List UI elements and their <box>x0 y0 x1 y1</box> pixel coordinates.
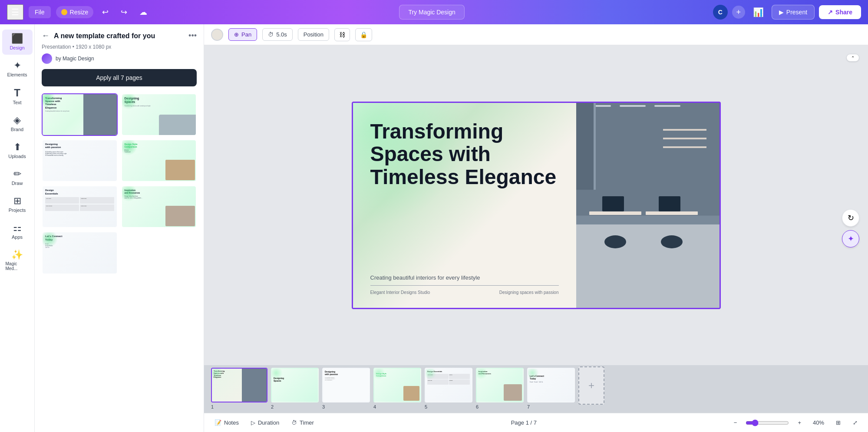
strip-num-3: 3 <box>322 404 325 409</box>
notes-button[interactable]: 📝 Notes <box>211 418 242 428</box>
position-button[interactable]: Position <box>298 28 329 41</box>
slide-subtitle: Creating beautiful interiors for every l… <box>370 274 559 281</box>
share-button[interactable]: ↗ Share <box>819 5 861 19</box>
duration-icon: ▷ <box>251 419 255 426</box>
strip-thumb-2[interactable]: DesigningSpaces <box>271 368 319 402</box>
sidebar-item-text[interactable]: T Text <box>2 83 33 109</box>
undo-button[interactable]: ↩ <box>99 6 112 19</box>
sidebar-item-projects[interactable]: ⊞ Projects <box>2 192 33 217</box>
zoom-out-button[interactable]: − <box>730 418 741 428</box>
sidebar-item-magic-media[interactable]: ✨ Magic Med... <box>2 246 33 275</box>
fullscreen-button[interactable]: ⤢ <box>849 418 861 428</box>
sidebar-item-apps[interactable]: ⚏ Apps <box>2 219 33 244</box>
sidebar-item-brand[interactable]: ◈ Brand <box>2 111 33 136</box>
duration-button[interactable]: ⏱ 5.0s <box>262 28 293 41</box>
svg-rect-15 <box>663 138 706 139</box>
lock-button[interactable]: 🔒 <box>355 28 372 41</box>
sidebar-item-label: Projects <box>9 208 26 213</box>
secondary-toolbar: ⊕ Pan ⏱ 5.0s Position ⛓ 🔒 <box>204 24 868 45</box>
template-panel: ← A new template crafted for you ••• Pre… <box>35 24 204 432</box>
strip-thumb-4[interactable]: Design StyleComparison <box>373 368 421 402</box>
strip-thumb-7[interactable]: Let's ConnectToday Email · Social · Call… <box>527 368 575 402</box>
magic-design-button[interactable]: Try Magic Design <box>399 5 464 20</box>
template-thumbnail-1[interactable]: TransformingSpaces withTimelessElegance … <box>42 93 118 136</box>
template-thumbnail-3[interactable]: Designingwith passion 01 Enabling spaces… <box>42 139 118 182</box>
zoom-slider[interactable] <box>746 419 789 426</box>
slide-divider <box>370 285 559 286</box>
uploads-icon: ⬆ <box>13 142 21 152</box>
strip-slide-4[interactable]: Design StyleComparison 4 <box>373 368 421 402</box>
template-thumbnail-7[interactable]: Let's ConnectToday EmailSocial MediaCall… <box>42 231 118 274</box>
expand-panel-button[interactable]: ⌃ <box>846 54 859 62</box>
grid-view-button[interactable]: ⊞ <box>832 418 844 428</box>
svg-rect-3 <box>620 105 646 107</box>
present-button[interactable]: ▶ Present <box>772 5 815 20</box>
strip-num-6: 6 <box>476 404 479 409</box>
footer-right: Designing spaces with passion <box>499 290 559 295</box>
slide-canvas: Transforming Spaces with Timeless Elegan… <box>352 102 721 309</box>
footer-left: Elegant Interior Designs Studio <box>370 290 430 295</box>
template-thumbnail-2[interactable]: DesigningSpaces Transforming dreams with… <box>121 93 197 136</box>
refresh-button[interactable]: ↻ <box>842 209 859 227</box>
stats-button[interactable]: 📊 <box>749 5 767 19</box>
clock-icon: ⏱ <box>268 31 274 38</box>
sidebar-item-draw[interactable]: ✏ Draw <box>2 165 33 190</box>
svg-rect-4 <box>654 105 680 107</box>
strip-thumb-1[interactable]: TransformingSpaces withTimelessElegance <box>211 368 267 402</box>
strip-thumb-6[interactable]: Inspirationand Resources <box>476 368 524 402</box>
strip-slide-1[interactable]: TransformingSpaces withTimelessElegance … <box>211 368 267 402</box>
pan-button[interactable]: ⊕ Pan <box>228 28 257 41</box>
template-thumbnail-4[interactable]: Design StyleComparison ModernTraditional <box>121 139 197 182</box>
strip-num-2: 2 <box>271 404 274 409</box>
right-float-buttons: ↻ ✦ <box>842 209 859 247</box>
add-user-button[interactable]: + <box>732 6 745 19</box>
chain-button[interactable]: ⛓ <box>334 28 350 41</box>
more-button[interactable]: ••• <box>188 31 197 40</box>
left-sidebar: ⬛ Design ✦ Elements T Text ◈ Brand ⬆ Upl… <box>0 24 35 432</box>
strip-slide-7[interactable]: Let's ConnectToday Email · Social · Call… <box>527 368 575 402</box>
sidebar-item-uploads[interactable]: ⬆ Uploads <box>2 138 33 163</box>
panel-author: by Magic Design <box>35 52 204 69</box>
author-label: by Magic Design <box>56 56 94 62</box>
svg-rect-13 <box>659 196 680 211</box>
strip-slide-3[interactable]: Designingwith passion 01 Enabling spaces… <box>322 368 370 402</box>
apply-all-pages-button[interactable]: Apply all 7 pages <box>42 69 197 86</box>
cloud-icon: ☁ <box>136 6 151 19</box>
bottom-right: − + 40% ⊞ ⤢ <box>730 418 861 428</box>
strip-slide-2[interactable]: DesigningSpaces 2 <box>271 368 319 402</box>
magic-media-icon: ✨ <box>11 250 23 260</box>
elements-icon: ✦ <box>13 61 21 70</box>
color-picker[interactable] <box>211 29 223 41</box>
magic-button[interactable]: ✦ <box>842 230 859 247</box>
resize-button[interactable]: Resize <box>56 6 94 18</box>
projects-icon: ⊞ <box>13 196 21 206</box>
svg-rect-12 <box>602 196 624 211</box>
slide-strip: TransformingSpaces withTimelessElegance … <box>204 365 868 413</box>
menu-icon[interactable]: ☰ <box>7 4 23 20</box>
strip-slide-6[interactable]: Inspirationand Resources 6 <box>476 368 524 402</box>
timer-button[interactable]: ⏱ Timer <box>288 418 317 428</box>
add-slide-button[interactable]: + <box>578 366 604 405</box>
strip-thumb-5[interactable]: Design Essentials Color Palette Lighting… <box>425 368 472 402</box>
topbar-right: C + 📊 ▶ Present ↗ Share <box>713 5 861 20</box>
pan-icon: ⊕ <box>234 31 239 38</box>
timer-icon: ⏱ <box>291 419 297 426</box>
sidebar-item-design[interactable]: ⬛ Design <box>2 30 33 55</box>
template-thumbnail-5[interactable]: DesignEssentials Color Palette Lighting … <box>42 185 118 228</box>
text-icon: T <box>14 88 20 98</box>
pan-label: Pan <box>241 31 251 38</box>
template-thumbnail-6[interactable]: Inspirationand Resources Design helps th… <box>121 185 197 228</box>
strip-slide-5[interactable]: Design Essentials Color Palette Lighting… <box>425 368 472 402</box>
back-button[interactable]: ← <box>42 31 50 40</box>
redo-button[interactable]: ↪ <box>117 6 131 19</box>
file-button[interactable]: File <box>29 6 51 18</box>
duration-value: 5.0s <box>276 31 287 38</box>
svg-rect-6 <box>594 103 596 190</box>
duration-button[interactable]: ▷ Duration <box>248 418 283 428</box>
panel-subtitle: Presentation • 1920 x 1080 px <box>35 44 204 52</box>
timer-label: Timer <box>300 419 314 426</box>
zoom-in-button[interactable]: + <box>794 418 805 428</box>
strip-thumb-3[interactable]: Designingwith passion 01 Enabling spaces… <box>322 368 370 402</box>
slide-right-image <box>576 103 719 308</box>
sidebar-item-elements[interactable]: ✦ Elements <box>2 56 33 82</box>
